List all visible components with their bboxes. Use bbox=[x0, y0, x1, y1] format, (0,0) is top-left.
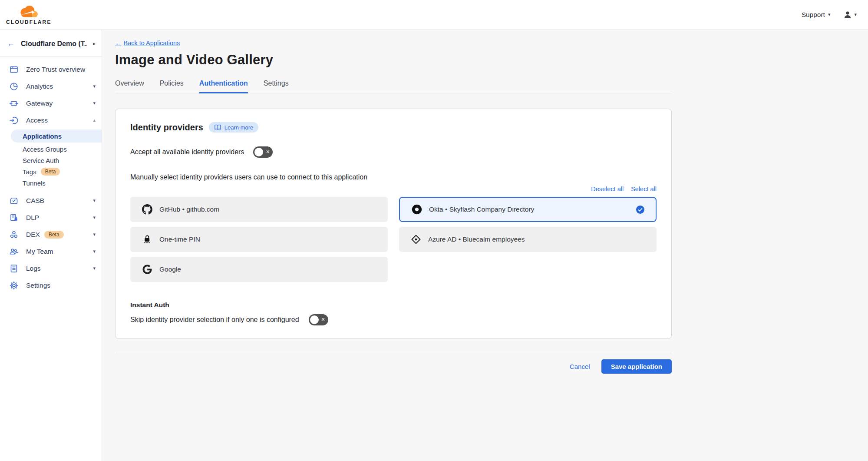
user-icon bbox=[843, 10, 852, 19]
sidebar-item-label: Analytics bbox=[26, 83, 53, 90]
beta-badge: Beta bbox=[41, 168, 60, 176]
toggle-knob bbox=[310, 315, 319, 324]
tab-policies[interactable]: Policies bbox=[160, 80, 184, 93]
sidebar-item-analytics[interactable]: Analytics ▾ bbox=[0, 78, 102, 95]
support-menu[interactable]: Support ▾ bbox=[802, 11, 831, 19]
page-title: Image and Video Gallery bbox=[115, 52, 868, 68]
sidebar-nav: Zero Trust overview Analytics ▾ bbox=[0, 56, 102, 294]
provider-label: Azure AD • Bluecalm employees bbox=[428, 235, 525, 243]
sidebar-item-label: My Team bbox=[26, 248, 53, 255]
sidebar-item-label: DEX bbox=[26, 231, 40, 239]
beta-badge: Beta bbox=[44, 231, 64, 239]
cloudflare-logo[interactable]: CLOUDFLARE bbox=[6, 4, 52, 25]
chevron-down-icon: ▾ bbox=[93, 265, 96, 271]
cloudflare-cloud-icon bbox=[17, 4, 41, 19]
sidebar-item-label: Access bbox=[26, 116, 48, 124]
back-link-label: Back to Applications bbox=[124, 40, 180, 46]
tab-authentication[interactable]: Authentication bbox=[199, 80, 248, 93]
chevron-down-icon: ▾ bbox=[854, 12, 857, 17]
cancel-button[interactable]: Cancel bbox=[570, 363, 590, 370]
github-icon bbox=[142, 204, 153, 215]
sidebar-item-label: Settings bbox=[26, 282, 50, 289]
sidebar-item-zero-trust-overview[interactable]: Zero Trust overview bbox=[0, 61, 102, 78]
casb-box-check-icon bbox=[9, 196, 19, 206]
sidebar-item-label: CASB bbox=[26, 197, 44, 205]
sidebar-item-label: Tunnels bbox=[23, 179, 46, 187]
access-sub-list: Applications Access Groups Service Auth … bbox=[0, 129, 102, 192]
provider-tile-one-time-pin[interactable]: **** One-time PIN bbox=[130, 227, 388, 252]
tab-settings[interactable]: Settings bbox=[264, 80, 289, 93]
sidebar-item-label: Tags bbox=[23, 168, 36, 176]
chevron-down-icon: ▾ bbox=[93, 232, 96, 237]
chevron-down-icon: ▾ bbox=[93, 83, 96, 89]
chevron-down-icon: ▾ bbox=[93, 198, 96, 203]
account-switcher[interactable]: ← Cloudflare Demo (T... ▸ bbox=[0, 36, 102, 56]
sidebar: ← Cloudflare Demo (T... ▸ Zero Trust ove… bbox=[0, 30, 102, 461]
sidebar-item-dlp[interactable]: DLP ▾ bbox=[0, 209, 102, 226]
sidebar-item-tags[interactable]: Tags Beta bbox=[0, 166, 102, 177]
sidebar-item-label: Applications bbox=[23, 133, 62, 140]
sidebar-item-label: DLP bbox=[26, 214, 39, 222]
back-to-applications-link[interactable]: ← Back to Applications bbox=[115, 40, 180, 46]
skip-selection-toggle[interactable]: ✕ bbox=[309, 314, 328, 325]
provider-label: One-time PIN bbox=[159, 235, 200, 243]
toggle-off-x-icon: ✕ bbox=[321, 317, 325, 322]
chevron-down-icon: ▾ bbox=[828, 12, 831, 17]
sidebar-item-logs[interactable]: Logs ▾ bbox=[0, 260, 102, 277]
dex-cluster-icon bbox=[9, 230, 19, 239]
sidebar-item-access-groups[interactable]: Access Groups bbox=[0, 143, 102, 155]
main-content: ← Back to Applications Image and Video G… bbox=[102, 30, 868, 461]
sidebar-item-label: Service Auth bbox=[23, 157, 59, 164]
gateway-icon bbox=[9, 99, 19, 108]
sidebar-item-label: Logs bbox=[26, 265, 41, 272]
back-arrow-icon: ← bbox=[115, 40, 122, 46]
sidebar-item-casb[interactable]: CASB ▾ bbox=[0, 192, 102, 209]
footer: Cancel Save application bbox=[115, 353, 672, 374]
sidebar-item-applications[interactable]: Applications bbox=[11, 129, 102, 143]
user-menu[interactable]: ▾ bbox=[843, 10, 857, 19]
sidebar-item-label: Zero Trust overview bbox=[26, 66, 85, 73]
sidebar-item-tunnels[interactable]: Tunnels bbox=[0, 177, 102, 189]
book-icon bbox=[214, 124, 221, 130]
deselect-all-link[interactable]: Deselect all bbox=[591, 186, 624, 192]
topbar: CLOUDFLARE Support ▾ ▾ bbox=[0, 0, 868, 30]
svg-text:****: **** bbox=[144, 241, 150, 245]
selected-check-icon bbox=[636, 206, 644, 214]
access-login-icon bbox=[9, 116, 19, 125]
provider-label: GitHub • github.com bbox=[159, 206, 219, 213]
chevron-up-icon: ▴ bbox=[93, 117, 96, 123]
skip-selection-label: Skip identity provider selection if only… bbox=[130, 316, 299, 324]
one-time-pin-lock-icon: **** bbox=[142, 234, 153, 245]
learn-more-badge[interactable]: Learn more bbox=[209, 122, 258, 133]
provider-label: Google bbox=[159, 265, 181, 273]
tab-overview[interactable]: Overview bbox=[115, 80, 144, 93]
back-arrow-icon[interactable]: ← bbox=[7, 39, 15, 48]
toggle-knob bbox=[254, 148, 263, 156]
sidebar-item-my-team[interactable]: My Team ▾ bbox=[0, 243, 102, 260]
account-name: Cloudflare Demo (T... bbox=[21, 40, 87, 48]
sidebar-item-service-auth[interactable]: Service Auth bbox=[0, 155, 102, 166]
select-all-link[interactable]: Select all bbox=[631, 186, 657, 192]
people-icon bbox=[9, 247, 19, 256]
sidebar-item-label: Gateway bbox=[26, 99, 53, 107]
identity-providers-card: Identity providers Learn more Accept all… bbox=[115, 109, 672, 339]
document-lock-icon bbox=[9, 213, 19, 222]
sidebar-item-gateway[interactable]: Gateway ▾ bbox=[0, 95, 102, 112]
sidebar-item-access[interactable]: Access ▴ bbox=[0, 112, 102, 129]
pie-chart-icon bbox=[9, 82, 19, 91]
toggle-off-x-icon: ✕ bbox=[266, 149, 270, 154]
gear-icon bbox=[9, 281, 19, 290]
tab-bar: Overview Policies Authentication Setting… bbox=[115, 80, 672, 93]
sidebar-item-settings[interactable]: Settings bbox=[0, 277, 102, 294]
save-application-button[interactable]: Save application bbox=[601, 359, 672, 374]
provider-tile-google[interactable]: Google bbox=[130, 257, 388, 282]
provider-label: Okta • Skyflash Company Directory bbox=[429, 206, 534, 213]
chevron-right-icon: ▸ bbox=[93, 41, 96, 46]
provider-tiles: GitHub • github.com Okta • Skyflash Comp… bbox=[130, 197, 657, 282]
provider-tile-okta[interactable]: Okta • Skyflash Company Directory bbox=[399, 197, 657, 222]
chevron-down-icon: ▾ bbox=[93, 249, 96, 254]
accept-all-toggle[interactable]: ✕ bbox=[253, 146, 273, 158]
provider-tile-azure-ad[interactable]: Azure AD • Bluecalm employees bbox=[399, 227, 657, 252]
provider-tile-github[interactable]: GitHub • github.com bbox=[130, 197, 388, 222]
sidebar-item-dex[interactable]: DEX Beta ▾ bbox=[0, 226, 102, 243]
